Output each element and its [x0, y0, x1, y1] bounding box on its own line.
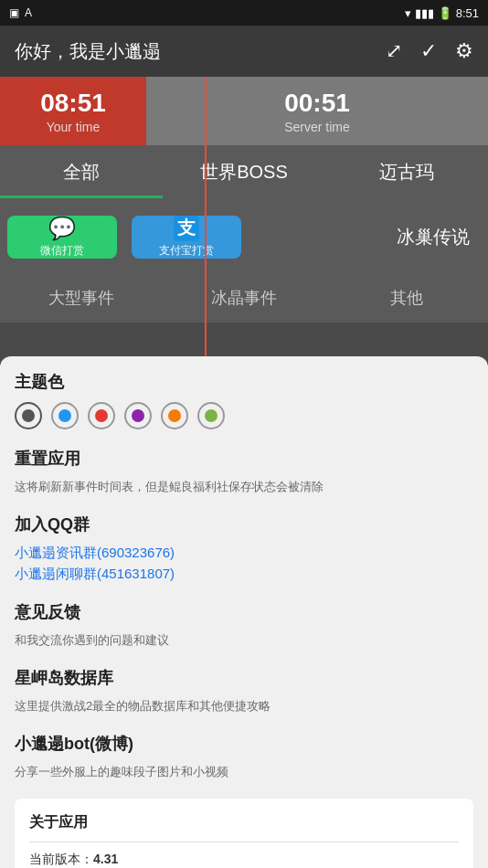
bg-text-other: 其他	[325, 287, 488, 309]
bot-title[interactable]: 小邋遢bot(微博)	[15, 733, 473, 755]
share-icon[interactable]: ⤢	[386, 39, 402, 63]
payment-section: 💬 微信打赏 支 支付宝打赏 冰巢传说	[0, 200, 488, 273]
theme-color-section: 主题色	[15, 371, 473, 429]
bg-text-large-event: 大型事件	[0, 287, 163, 309]
status-bar: ▣ A ▾ ▮▮▮ 🔋 8:51	[0, 0, 488, 26]
reset-app-subtitle: 这将刷新新事件时间表，但是鲲良福利社保存状态会被清除	[15, 479, 473, 495]
alipay-icon: 支	[174, 216, 199, 241]
reset-app-title[interactable]: 重置应用	[15, 448, 473, 470]
category-tabs: 全部 世界BOSS 迈古玛	[0, 145, 488, 200]
about-version-label: 当前版本：	[29, 852, 93, 866]
color-option-5[interactable]	[197, 402, 225, 429]
signal-icon: ▮▮▮	[415, 6, 434, 20]
status-left: ▣ A	[9, 6, 32, 19]
time-bar: 08:51 Your time 00:51 Server time	[0, 77, 488, 145]
android-icon: ▣	[9, 6, 19, 19]
local-time-panel: 08:51 Your time	[0, 77, 146, 145]
header-icons: ⤢ ✓ ⚙	[386, 39, 473, 63]
clock: 8:51	[456, 6, 479, 20]
wechat-donate-button[interactable]: 💬 微信打赏	[7, 216, 117, 259]
settings-icon[interactable]: ⚙	[455, 39, 473, 63]
color-option-1[interactable]	[51, 402, 79, 429]
wifi-icon: ▾	[405, 6, 411, 20]
server-time-label: Server time	[284, 120, 350, 134]
theme-color-title: 主题色	[15, 371, 473, 393]
join-qq-title: 加入QQ群	[15, 513, 473, 535]
local-time-value: 08:51	[40, 89, 106, 118]
feedback-title[interactable]: 意见反馈	[15, 601, 473, 623]
tab-world-boss[interactable]: 世界BOSS	[163, 145, 325, 198]
color-option-3[interactable]	[124, 402, 152, 429]
about-version-value: 4.31	[93, 852, 118, 866]
about-section-title: 关于应用	[29, 813, 459, 842]
qq-group-2-link[interactable]: 小邋遢闲聊群(451631807)	[15, 566, 473, 583]
app-indicator: A	[25, 6, 32, 19]
color-option-0[interactable]	[15, 402, 42, 429]
bg-text-row: 大型事件 冰晶事件 其他	[0, 273, 488, 323]
server-time-value: 00:51	[284, 89, 350, 118]
wechat-label: 微信打赏	[40, 243, 84, 259]
check-circle-icon[interactable]: ✓	[420, 39, 437, 63]
app-title: 你好，我是小邋遢	[15, 39, 161, 64]
feedback-subtitle: 和我交流你遇到的问题和建议	[15, 632, 473, 649]
red-line	[205, 77, 207, 360]
local-time-label: Your time	[47, 120, 101, 134]
settings-panel: 主题色 重置应用 这将刷新新事件时间表，但是鲲良福利社保存状态会被清除 加入QQ…	[0, 356, 488, 868]
tab-maiguma[interactable]: 迈古玛	[325, 145, 488, 198]
bot-section: 小邋遢bot(微博) 分享一些外服上的趣味段子图片和小视频	[15, 733, 473, 780]
theme-colors-list	[15, 402, 473, 429]
qq-group-1-link[interactable]: 小邋遢资讯群(690323676)	[15, 545, 473, 562]
database-section: 星岬岛数据库 这里提供激战2最全的物品数据库和其他便捷攻略	[15, 667, 473, 715]
ice-nest-label: 冰巢传说	[397, 225, 470, 249]
server-time-panel: 00:51 Server time	[146, 77, 488, 145]
bg-text-ice-event: 冰晶事件	[163, 287, 325, 309]
status-right: ▾ ▮▮▮ 🔋 8:51	[405, 6, 479, 20]
bot-subtitle: 分享一些外服上的趣味段子图片和小视频	[15, 764, 473, 780]
about-box: 关于应用 当前版本：4.31 小邋遢是 Shiny、Gaga 的闲暇作品 星岬岛…	[15, 799, 473, 868]
feedback-section: 意见反馈 和我交流你遇到的问题和建议	[15, 601, 473, 649]
color-option-2[interactable]	[88, 402, 115, 429]
color-option-4[interactable]	[161, 402, 188, 429]
wechat-icon: 💬	[48, 216, 76, 241]
tab-all[interactable]: 全部	[0, 145, 163, 198]
database-subtitle: 这里提供激战2最全的物品数据库和其他便捷攻略	[15, 698, 473, 715]
join-qq-section: 加入QQ群 小邋遢资讯群(690323676) 小邋遢闲聊群(451631807…	[15, 513, 473, 583]
app-header: 你好，我是小邋遢 ⤢ ✓ ⚙	[0, 26, 488, 77]
about-version-row: 当前版本：4.31	[29, 852, 459, 868]
alipay-donate-button[interactable]: 支 支付宝打赏	[132, 216, 241, 259]
battery-icon: 🔋	[438, 6, 452, 20]
database-title[interactable]: 星岬岛数据库	[15, 667, 473, 689]
reset-app-section: 重置应用 这将刷新新事件时间表，但是鲲良福利社保存状态会被清除	[15, 448, 473, 495]
